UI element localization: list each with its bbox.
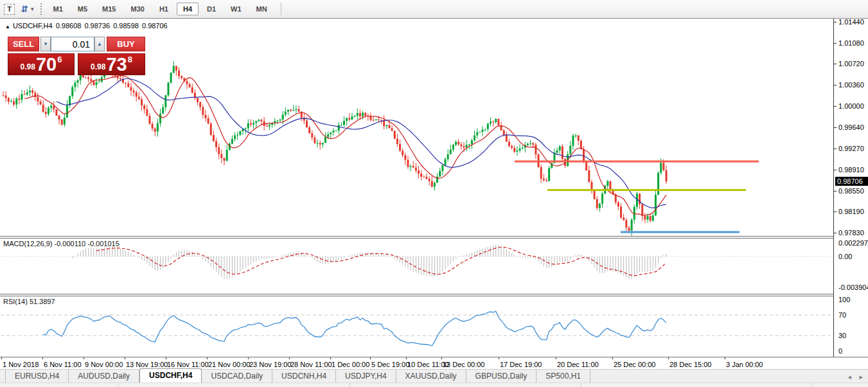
- collapse-panel-icon[interactable]: ▲: [5, 24, 10, 30]
- timeframe-button-h4[interactable]: H4: [177, 3, 199, 15]
- chart-tab-usdjpy-h4[interactable]: USDJPY,H4: [336, 370, 396, 382]
- time-tick: [330, 357, 331, 359]
- macd-tick-label: 0.00: [838, 253, 852, 260]
- time-tick-label: 20 Dec 11:00: [557, 361, 599, 368]
- time-tick-label: 6 Nov 11:00: [44, 361, 82, 368]
- price-tick: [834, 212, 837, 212]
- buy-price-point: 8: [128, 55, 132, 64]
- timeframe-button-mn[interactable]: MN: [250, 3, 274, 15]
- rsi-panel[interactable]: [1, 296, 833, 357]
- toolbar-separator: [281, 3, 281, 15]
- macd-histogram: [73, 245, 666, 280]
- chart-tab-sp500-h1[interactable]: SP500,H1: [536, 370, 590, 382]
- macd-panel[interactable]: [1, 239, 833, 294]
- status-strip: [0, 382, 868, 387]
- tab-scroll-right-icon[interactable]: ▸: [859, 373, 863, 381]
- time-tick: [499, 357, 499, 359]
- top-toolbar: T ⇵ ▾ M1M5M15M30H1H4D1W1MN: [0, 0, 868, 19]
- time-axis[interactable]: 1 Nov 20186 Nov 11:009 Nov 00:0013 Nov 1…: [0, 357, 833, 370]
- price-tick: [834, 22, 837, 22]
- time-tick: [1, 357, 2, 359]
- rsi-label: RSI(14) 51.3897: [3, 298, 55, 305]
- price-tick: [834, 233, 837, 233]
- support-line[interactable]: [547, 189, 746, 191]
- high-value: 0.98736: [84, 22, 110, 30]
- time-tick-label: 16 Nov 11:00: [167, 361, 209, 368]
- macd-tick-label: 0.002297: [838, 239, 868, 247]
- chart-tab-usdchf-h4[interactable]: USDCHF,H4: [139, 368, 202, 382]
- fast-ma-line: [24, 76, 666, 215]
- lower-support-line[interactable]: [621, 231, 740, 233]
- time-tick: [612, 357, 613, 359]
- timeframe-button-h1[interactable]: H1: [153, 3, 175, 15]
- rsi-tick-label: 0: [838, 347, 842, 355]
- ohlc-readout: ▲USDCHF,H40.986080.987360.985980.98706: [5, 22, 171, 30]
- sell-price-point: 6: [57, 55, 62, 64]
- low-value: 0.98598: [113, 22, 139, 30]
- resistance-line[interactable]: [515, 161, 759, 163]
- time-tick-label: 9 Nov 00:00: [85, 361, 123, 368]
- price-tick: [834, 170, 837, 170]
- rsi-tick-label: 100: [838, 296, 850, 303]
- timeframe-button-m30[interactable]: M30: [125, 3, 151, 15]
- time-tick: [207, 357, 208, 359]
- price-tick: [834, 106, 837, 107]
- time-tick-label: 13 Dec 00:00: [443, 361, 484, 368]
- time-tick-label: 3 Jan 00:00: [726, 361, 763, 368]
- sell-price-pips: 70: [36, 55, 57, 73]
- price-tick-label: 0.98550: [838, 187, 864, 195]
- price-tick-label: 0.98190: [838, 208, 864, 215]
- price-tick: [834, 148, 837, 149]
- timeframe-button-m1[interactable]: M1: [47, 3, 69, 15]
- sell-quote-box[interactable]: 0.98 70 6: [8, 53, 75, 75]
- time-tick: [248, 357, 249, 359]
- buy-button[interactable]: BUY: [107, 37, 145, 51]
- time-tick-label: 17 Dec 19:00: [500, 361, 542, 368]
- chart-tab-bar: EURUSD,H4AUDUSD,DailyUSDCHF,H4USDCAD,Dai…: [0, 369, 868, 382]
- cursor-mode-icon[interactable]: ⇵: [19, 3, 30, 15]
- price-tick: [834, 43, 837, 44]
- price-tick-label: 0.99270: [838, 145, 864, 152]
- timeframe-button-m5[interactable]: M5: [71, 3, 94, 15]
- close-value: 0.98706: [142, 22, 168, 30]
- toolbar-grip: [40, 3, 42, 15]
- chart-tab-xauusd-daily[interactable]: XAUUSD,Daily: [396, 370, 466, 382]
- volume-increase-button[interactable]: ▲: [94, 37, 105, 51]
- price-tick-label: 1.01440: [838, 18, 864, 26]
- buy-quote-box[interactable]: 0.98 73 8: [78, 53, 145, 75]
- time-tick: [441, 357, 442, 359]
- time-tick: [406, 357, 407, 359]
- chart-tab-audusd-daily[interactable]: AUDUSD,Daily: [69, 370, 139, 382]
- timeframe-button-d1[interactable]: D1: [200, 3, 222, 15]
- status-cell: [0, 383, 119, 387]
- volume-input[interactable]: [51, 37, 94, 51]
- chart-tab-eurusd-h4[interactable]: EURUSD,H4: [5, 370, 69, 382]
- price-tick: [834, 64, 837, 64]
- volume-decrease-button[interactable]: ▼: [40, 37, 51, 51]
- timeframe-button-m15[interactable]: M15: [96, 3, 122, 15]
- timeframe-button-w1[interactable]: W1: [224, 3, 248, 15]
- time-tick-label: 25 Dec 00:00: [614, 361, 655, 368]
- price-tick-label: 1.00360: [838, 81, 864, 89]
- text-label-tool-icon[interactable]: T: [4, 4, 15, 15]
- chart-tab-usdcnh-h4[interactable]: USDCNH,H4: [272, 370, 336, 382]
- buy-price-prefix: 0.98: [91, 62, 105, 71]
- buy-price-pips: 73: [106, 55, 127, 73]
- status-cell: [119, 383, 350, 387]
- open-value: 0.98608: [56, 22, 82, 30]
- candles-group: [3, 61, 668, 236]
- cursor-mode-caret-icon[interactable]: ▾: [31, 6, 34, 12]
- time-tick: [725, 357, 725, 359]
- tab-scroll-left-icon[interactable]: ◂: [847, 373, 851, 381]
- time-tick: [125, 357, 125, 359]
- price-axis[interactable]: 1.014401.010801.007201.003601.000000.996…: [833, 19, 868, 357]
- time-tick: [42, 357, 43, 359]
- sell-button[interactable]: SELL: [8, 37, 39, 51]
- chart-tab-gbpusd-daily[interactable]: GBPUSD,Daily: [466, 370, 537, 382]
- sell-price-prefix: 0.98: [21, 62, 35, 71]
- chart-window[interactable]: 1.014401.010801.007201.003601.000000.996…: [0, 18, 868, 369]
- price-tick-label: 1.01080: [838, 39, 864, 47]
- price-tick: [834, 191, 837, 192]
- macd-label: MACD(12,26,9) -0.000110 -0.001015: [3, 240, 120, 248]
- chart-tab-usdcad-daily[interactable]: USDCAD,Daily: [202, 370, 272, 382]
